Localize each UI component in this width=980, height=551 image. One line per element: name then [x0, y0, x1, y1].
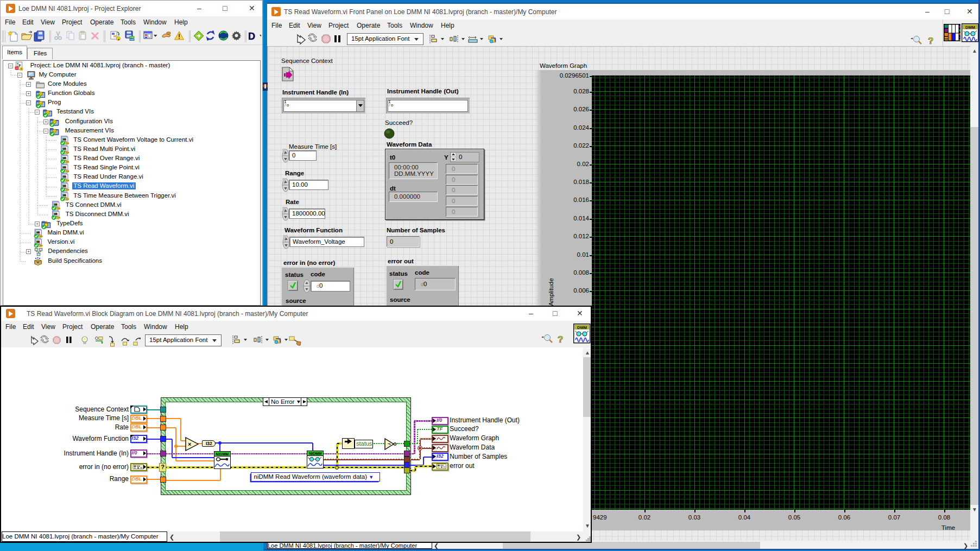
svg-text:DMM: DMM — [577, 325, 587, 330]
svg-text:DMM: DMM — [965, 25, 975, 30]
svg-text:+: + — [118, 37, 120, 41]
svg-text:?: ? — [558, 334, 563, 345]
svg-text:D: D — [248, 31, 255, 42]
svg-text:×: × — [188, 441, 191, 447]
svg-text:¬: ¬ — [388, 441, 390, 447]
svg-text:?: ? — [928, 36, 933, 46]
